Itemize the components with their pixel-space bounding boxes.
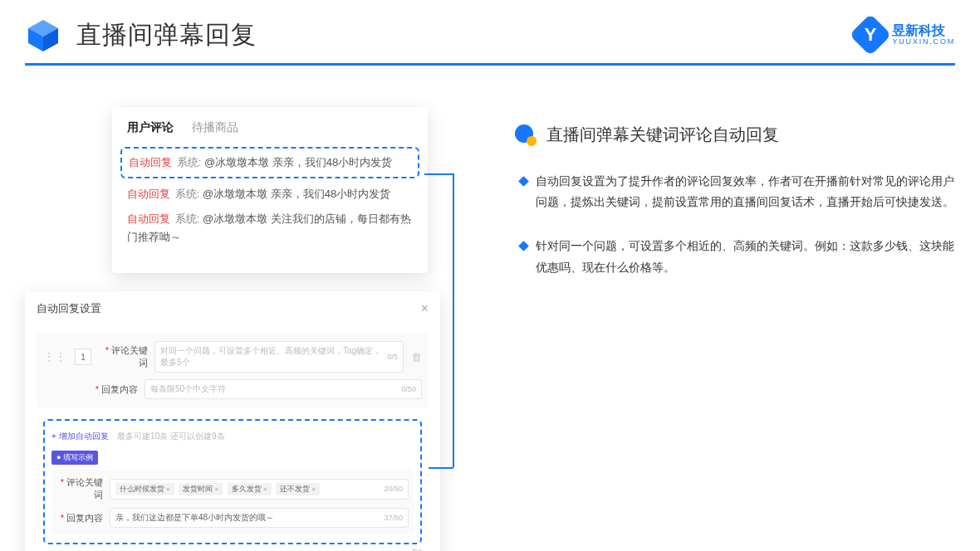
tag-chip[interactable]: 多久发货× (228, 483, 272, 495)
example-content-input[interactable]: 亲，我们这边都是下单48小时内发货的哦～ 37/50 (110, 508, 409, 528)
bullet-text: 针对同一个问题，可设置多个相近的、高频的关键词。例如：这款多少钱、这块能优惠吗、… (536, 236, 955, 277)
keyword-label: *评论关键词 (101, 344, 148, 369)
example-content-row: *回复内容 亲，我们这边都是下单48小时内发货的哦～ 37/50 (56, 508, 409, 528)
connector-line (424, 173, 453, 175)
example-keyword-row: *评论关键词 什么时候发货× 发货时间× 多久发货× 还不发货× 20/50 (56, 476, 409, 501)
extra-count: /50 (37, 544, 429, 551)
brand-name-cn: 昱新科技 (892, 23, 955, 38)
right-column: 直播间弹幕关键词评论自动回复 自动回复设置为了提升作者的评论回复效率，作者可在开… (490, 107, 955, 301)
system-label: 系统: (177, 156, 202, 168)
brand-name-en: YUUXIN.COM (892, 38, 955, 46)
brand: Y 昱新科技 YUUXIN.COM (855, 20, 955, 50)
comment-text: @冰墩墩本墩 亲亲，我们48小时内发货 (204, 156, 392, 168)
add-reply-link[interactable]: + 增加自动回复 (51, 432, 109, 441)
chat-bubble-icon (515, 124, 537, 146)
brand-text: 昱新科技 YUUXIN.COM (892, 23, 955, 46)
comment-row: 自动回复 系统: @冰墩墩本墩 关注我们的店铺，每日都有热门推荐呦～ (127, 210, 413, 246)
form-row-keyword: ⋮⋮ 1 *评论关键词 对同一个问题，可设置多个相近、高频的关键词，Tag确定，… (43, 341, 422, 373)
bullet-text: 自动回复设置为了提升作者的评论回复效率，作者可在开播前针对常见的评论用户问题，提… (536, 171, 955, 212)
example-tags: 什么时候发货× 发货时间× 多久发货× 还不发货× (115, 483, 322, 495)
rule-index: 1 (75, 349, 91, 365)
diamond-icon (518, 241, 529, 252)
comment-text: @冰墩墩本墩 亲亲，我们48小时内发货 (203, 188, 390, 200)
tab-pending-goods[interactable]: 待播商品 (192, 120, 238, 135)
settings-title: 自动回复设置 (37, 301, 101, 316)
example-badge: ● 填写示例 (51, 451, 98, 465)
keyword-count: 0/5 (387, 353, 398, 361)
brand-logo-icon: Y (850, 14, 892, 56)
bullet-item: 针对同一个问题，可设置多个相近的、高频的关键词。例如：这款多少钱、这块能优惠吗、… (520, 236, 955, 277)
section-title-text: 直播间弹幕关键词评论自动回复 (546, 124, 779, 146)
content-placeholder: 每条限50个中文字符 (150, 383, 226, 395)
drag-handle-icon[interactable]: ⋮⋮ (43, 350, 66, 363)
keyword-placeholder: 对同一个问题，可设置多个相近、高频的关键词，Tag确定，最多5个 (160, 345, 387, 368)
example-block: + 增加自动回复 最多可建10条 还可以创建9条 ● 填写示例 *评论关键词 什… (43, 419, 422, 544)
settings-header: 自动回复设置 × (25, 301, 440, 324)
page-header: 直播间弹幕回复 Y 昱新科技 YUUXIN.COM (0, 0, 980, 53)
form-row-content: *回复内容 每条限50个中文字符 0/50 (43, 379, 422, 399)
cube-icon (25, 17, 61, 53)
example-keyword-input[interactable]: 什么时候发货× 发货时间× 多久发货× 还不发货× 20/50 (110, 479, 409, 500)
example-keyword-label: *评论关键词 (56, 476, 103, 501)
example-content-value: 亲，我们这边都是下单48小时内发货的哦～ (115, 512, 274, 524)
remove-tag-icon: × (311, 485, 316, 493)
rule-group: ⋮⋮ 1 *评论关键词 对同一个问题，可设置多个相近、高频的关键词，Tag确定，… (37, 333, 429, 407)
tab-user-comments[interactable]: 用户评论 (127, 120, 174, 135)
header-left: 直播间弹幕回复 (25, 17, 257, 53)
comments-panel: 用户评论 待播商品 自动回复 系统: @冰墩墩本墩 亲亲，我们48小时内发货 自… (112, 107, 428, 273)
close-icon[interactable]: × (421, 301, 429, 316)
tag-chip[interactable]: 发货时间× (179, 483, 223, 495)
section-title: 直播间弹幕关键词评论自动回复 (515, 124, 955, 146)
auto-reply-tag: 自动回复 (127, 188, 170, 200)
bullet-list: 自动回复设置为了提升作者的评论回复效率，作者可在开播前针对常见的评论用户问题，提… (515, 171, 955, 278)
tag-chip[interactable]: 还不发货× (276, 483, 320, 495)
content: 用户评论 待播商品 自动回复 系统: @冰墩墩本墩 亲亲，我们48小时内发货 自… (0, 66, 980, 301)
auto-reply-tag: 自动回复 (127, 212, 170, 225)
remove-tag-icon: × (214, 485, 218, 493)
add-hint: 最多可建10条 还可以创建9条 (117, 432, 224, 441)
comment-row: 自动回复 系统: @冰墩墩本墩 亲亲，我们48小时内发货 (127, 185, 413, 203)
remove-tag-icon: × (166, 485, 170, 493)
content-label: *回复内容 (91, 383, 138, 396)
diamond-icon (518, 176, 529, 187)
keyword-input[interactable]: 对同一个问题，可设置多个相近、高频的关键词，Tag确定，最多5个 0/5 (154, 341, 404, 373)
content-input[interactable]: 每条限50个中文字符 0/50 (145, 379, 422, 399)
example-content-count: 37/50 (384, 514, 403, 522)
settings-body: ⋮⋮ 1 *评论关键词 对同一个问题，可设置多个相近、高频的关键词，Tag确定，… (25, 333, 440, 551)
auto-reply-tag: 自动回复 (129, 156, 172, 168)
settings-panel: 自动回复设置 × ⋮⋮ 1 *评论关键词 对同一个问题，可设置多个相近、高频的关… (25, 291, 440, 551)
connector-line (453, 173, 454, 467)
example-keyword-count: 20/50 (384, 485, 403, 493)
system-label: 系统: (175, 212, 200, 225)
left-column: 用户评论 待播商品 自动回复 系统: @冰墩墩本墩 亲亲，我们48小时内发货 自… (25, 107, 457, 301)
example-inner: *评论关键词 什么时候发货× 发货时间× 多久发货× 还不发货× 20/50 (51, 470, 414, 534)
connector-line (429, 467, 453, 469)
tag-chip[interactable]: 什么时候发货× (115, 483, 174, 495)
comment-row-highlighted: 自动回复 系统: @冰墩墩本墩 亲亲，我们48小时内发货 (120, 147, 419, 178)
content-count: 0/50 (401, 385, 416, 393)
system-label: 系统: (175, 188, 200, 200)
example-content-label: *回复内容 (56, 512, 103, 524)
page-title: 直播间弹幕回复 (76, 18, 257, 52)
bullet-item: 自动回复设置为了提升作者的评论回复效率，作者可在开播前针对常见的评论用户问题，提… (520, 171, 955, 212)
remove-tag-icon: × (263, 485, 267, 493)
comments-tabs: 用户评论 待播商品 (127, 120, 413, 135)
delete-icon[interactable]: 🗑 (411, 351, 422, 363)
